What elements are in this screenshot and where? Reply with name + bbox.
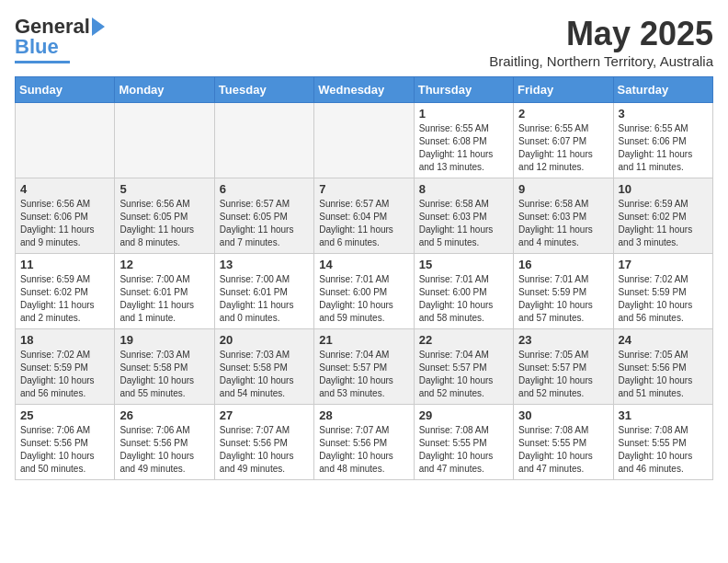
logo: General Blue: [15, 15, 105, 63]
day-info: Sunrise: 6:56 AMSunset: 6:05 PMDaylight:…: [119, 198, 209, 249]
location-title: Braitling, Northern Territory, Australia: [489, 53, 713, 69]
calendar-day-cell: [115, 103, 214, 178]
weekday-header-sunday: Sunday: [16, 77, 115, 103]
weekday-header-wednesday: Wednesday: [314, 77, 414, 103]
day-info: Sunrise: 6:57 AMSunset: 6:04 PMDaylight:…: [319, 198, 408, 249]
day-info: Sunrise: 6:55 AMSunset: 6:06 PMDaylight:…: [619, 122, 708, 174]
calendar-day-cell: 21Sunrise: 7:04 AMSunset: 5:57 PMDayligh…: [314, 329, 414, 405]
day-info: Sunrise: 7:07 AMSunset: 5:56 PMDaylight:…: [220, 424, 309, 476]
weekday-header-saturday: Saturday: [613, 77, 712, 103]
calendar-day-cell: 30Sunrise: 7:08 AMSunset: 5:55 PMDayligh…: [514, 405, 613, 480]
day-info: Sunrise: 7:07 AMSunset: 5:56 PMDaylight:…: [319, 424, 408, 476]
calendar-day-cell: 24Sunrise: 7:05 AMSunset: 5:56 PMDayligh…: [613, 329, 712, 405]
day-info: Sunrise: 7:08 AMSunset: 5:55 PMDaylight:…: [518, 424, 608, 476]
day-number: 9: [518, 182, 608, 196]
calendar-day-cell: 9Sunrise: 6:58 AMSunset: 6:03 PMDaylight…: [514, 178, 613, 254]
weekday-header-row: SundayMondayTuesdayWednesdayThursdayFrid…: [16, 77, 713, 103]
day-info: Sunrise: 7:00 AMSunset: 6:01 PMDaylight:…: [119, 273, 209, 325]
day-info: Sunrise: 7:08 AMSunset: 5:55 PMDaylight:…: [619, 424, 708, 476]
day-number: 21: [319, 333, 408, 347]
calendar-day-cell: [314, 103, 414, 178]
calendar-day-cell: 23Sunrise: 7:05 AMSunset: 5:57 PMDayligh…: [514, 329, 613, 405]
day-number: 27: [220, 408, 309, 422]
title-block: May 2025 Braitling, Northern Territory, …: [489, 15, 713, 69]
calendar-day-cell: 8Sunrise: 6:58 AMSunset: 6:03 PMDaylight…: [414, 178, 513, 254]
day-info: Sunrise: 7:01 AMSunset: 5:59 PMDaylight:…: [518, 273, 608, 325]
day-info: Sunrise: 6:59 AMSunset: 6:02 PMDaylight:…: [20, 273, 109, 325]
day-number: 24: [619, 333, 708, 347]
day-info: Sunrise: 6:59 AMSunset: 6:02 PMDaylight:…: [619, 198, 708, 249]
calendar-day-cell: 15Sunrise: 7:01 AMSunset: 6:00 PMDayligh…: [414, 254, 513, 329]
calendar-day-cell: 11Sunrise: 6:59 AMSunset: 6:02 PMDayligh…: [16, 254, 115, 329]
day-number: 11: [20, 258, 109, 271]
weekday-header-thursday: Thursday: [414, 77, 513, 103]
month-title: May 2025: [489, 15, 713, 53]
day-info: Sunrise: 6:55 AMSunset: 6:07 PMDaylight:…: [518, 122, 608, 174]
day-info: Sunrise: 7:05 AMSunset: 5:57 PMDaylight:…: [518, 349, 608, 400]
calendar-day-cell: 26Sunrise: 7:06 AMSunset: 5:56 PMDayligh…: [115, 405, 214, 480]
weekday-header-monday: Monday: [115, 77, 214, 103]
calendar-week-row: 25Sunrise: 7:06 AMSunset: 5:56 PMDayligh…: [16, 405, 713, 480]
day-info: Sunrise: 7:03 AMSunset: 5:58 PMDaylight:…: [119, 349, 209, 400]
calendar-day-cell: 25Sunrise: 7:06 AMSunset: 5:56 PMDayligh…: [16, 405, 115, 480]
logo-underline: [15, 61, 70, 63]
calendar-day-cell: 31Sunrise: 7:08 AMSunset: 5:55 PMDayligh…: [613, 405, 712, 480]
calendar-day-cell: 16Sunrise: 7:01 AMSunset: 5:59 PMDayligh…: [514, 254, 613, 329]
day-info: Sunrise: 7:00 AMSunset: 6:01 PMDaylight:…: [220, 273, 309, 325]
day-number: 25: [20, 408, 109, 422]
calendar-week-row: 18Sunrise: 7:02 AMSunset: 5:59 PMDayligh…: [16, 329, 713, 405]
page-header: General Blue May 2025 Braitling, Norther…: [15, 15, 713, 69]
calendar-day-cell: 4Sunrise: 6:56 AMSunset: 6:06 PMDaylight…: [16, 178, 115, 254]
day-info: Sunrise: 6:57 AMSunset: 6:05 PMDaylight:…: [220, 198, 309, 249]
calendar-week-row: 1Sunrise: 6:55 AMSunset: 6:08 PMDaylight…: [16, 103, 713, 178]
logo-arrow-icon: [92, 17, 105, 36]
day-number: 30: [518, 408, 608, 422]
calendar-day-cell: [214, 103, 313, 178]
day-number: 1: [419, 107, 508, 121]
day-number: 31: [619, 408, 708, 422]
calendar-day-cell: 29Sunrise: 7:08 AMSunset: 5:55 PMDayligh…: [414, 405, 513, 480]
day-number: 16: [518, 258, 608, 271]
day-number: 28: [319, 408, 408, 422]
calendar-day-cell: 2Sunrise: 6:55 AMSunset: 6:07 PMDaylight…: [514, 103, 613, 178]
logo-text-blue: Blue: [15, 35, 59, 59]
calendar-day-cell: 18Sunrise: 7:02 AMSunset: 5:59 PMDayligh…: [16, 329, 115, 405]
calendar-table: SundayMondayTuesdayWednesdayThursdayFrid…: [15, 76, 713, 480]
weekday-header-tuesday: Tuesday: [214, 77, 313, 103]
day-info: Sunrise: 7:03 AMSunset: 5:58 PMDaylight:…: [220, 349, 309, 400]
day-number: 12: [119, 258, 209, 271]
calendar-day-cell: 5Sunrise: 6:56 AMSunset: 6:05 PMDaylight…: [115, 178, 214, 254]
weekday-header-friday: Friday: [514, 77, 613, 103]
day-number: 4: [20, 182, 109, 196]
calendar-day-cell: 10Sunrise: 6:59 AMSunset: 6:02 PMDayligh…: [613, 178, 712, 254]
day-number: 8: [419, 182, 508, 196]
day-info: Sunrise: 7:02 AMSunset: 5:59 PMDaylight:…: [619, 273, 708, 325]
day-number: 10: [619, 182, 708, 196]
calendar-day-cell: 1Sunrise: 6:55 AMSunset: 6:08 PMDaylight…: [414, 103, 513, 178]
day-number: 22: [419, 333, 508, 347]
calendar-week-row: 4Sunrise: 6:56 AMSunset: 6:06 PMDaylight…: [16, 178, 713, 254]
day-number: 17: [619, 258, 708, 271]
calendar-week-row: 11Sunrise: 6:59 AMSunset: 6:02 PMDayligh…: [16, 254, 713, 329]
calendar-day-cell: 6Sunrise: 6:57 AMSunset: 6:05 PMDaylight…: [214, 178, 313, 254]
calendar-day-cell: 28Sunrise: 7:07 AMSunset: 5:56 PMDayligh…: [314, 405, 414, 480]
calendar-day-cell: 19Sunrise: 7:03 AMSunset: 5:58 PMDayligh…: [115, 329, 214, 405]
day-info: Sunrise: 7:04 AMSunset: 5:57 PMDaylight:…: [319, 349, 408, 400]
calendar-day-cell: 13Sunrise: 7:00 AMSunset: 6:01 PMDayligh…: [214, 254, 313, 329]
calendar-day-cell: 12Sunrise: 7:00 AMSunset: 6:01 PMDayligh…: [115, 254, 214, 329]
day-info: Sunrise: 7:02 AMSunset: 5:59 PMDaylight:…: [20, 349, 109, 400]
day-number: 2: [518, 107, 608, 121]
calendar-day-cell: 27Sunrise: 7:07 AMSunset: 5:56 PMDayligh…: [214, 405, 313, 480]
day-number: 3: [619, 107, 708, 121]
calendar-day-cell: 17Sunrise: 7:02 AMSunset: 5:59 PMDayligh…: [613, 254, 712, 329]
day-number: 18: [20, 333, 109, 347]
day-number: 5: [119, 182, 209, 196]
calendar-day-cell: 3Sunrise: 6:55 AMSunset: 6:06 PMDaylight…: [613, 103, 712, 178]
day-info: Sunrise: 6:58 AMSunset: 6:03 PMDaylight:…: [419, 198, 508, 249]
day-number: 6: [220, 182, 309, 196]
day-info: Sunrise: 6:56 AMSunset: 6:06 PMDaylight:…: [20, 198, 109, 249]
day-number: 15: [419, 258, 508, 271]
day-number: 13: [220, 258, 309, 271]
day-number: 20: [220, 333, 309, 347]
day-number: 19: [119, 333, 209, 347]
